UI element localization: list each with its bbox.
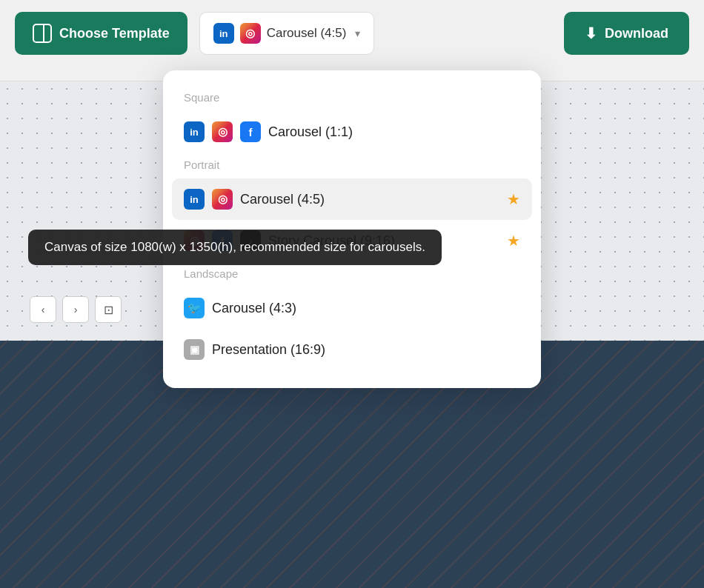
tooltip: Canvas of size 1080(w) x 1350(h), recomm… <box>28 230 442 265</box>
instagram-icon-sq: ◎ <box>212 121 233 142</box>
section-landscape-label: Landscape <box>163 261 541 287</box>
grid-icon: ⊡ <box>104 303 113 317</box>
carousel-43-item[interactable]: 🐦 Carousel (4:3) <box>163 287 541 329</box>
instagram-icon: ◎ <box>240 23 261 44</box>
carousel-43-label: Carousel (4:3) <box>212 301 296 316</box>
next-button[interactable]: › <box>62 296 89 323</box>
presentation-item[interactable]: ▣ Presentation (16:9) <box>163 329 541 370</box>
prev-button[interactable]: ‹ <box>30 296 56 323</box>
download-button[interactable]: ⬇ Download <box>564 12 689 55</box>
linkedin-icon-sq: in <box>184 121 205 142</box>
choose-template-button[interactable]: Choose Template <box>15 12 187 55</box>
section-square-label: Square <box>163 85 541 111</box>
linkedin-icon-p: in <box>184 189 205 210</box>
template-icon <box>33 24 52 43</box>
format-selector-label: Carousel (4:5) <box>267 26 347 41</box>
chevron-down-icon: ▾ <box>355 27 360 39</box>
instagram-icon-p: ◎ <box>212 189 233 210</box>
download-icon: ⬇ <box>585 24 597 42</box>
twitter-icon-l: 🐦 <box>184 298 205 318</box>
facebook-icon-sq: f <box>240 121 261 142</box>
format-selector[interactable]: in ◎ Carousel (4:5) ▾ <box>199 12 375 55</box>
presentation-label: Presentation (16:9) <box>212 342 325 358</box>
download-label: Download <box>605 26 668 41</box>
grid-button[interactable]: ⊡ <box>95 296 122 323</box>
header: Choose Template in ◎ Carousel (4:5) ▾ ⬇ … <box>0 0 704 67</box>
star-icon-45: ★ <box>507 190 520 208</box>
linkedin-icon: in <box>213 23 234 44</box>
presentation-icon-l: ▣ <box>184 339 205 360</box>
carousel-11-item[interactable]: in ◎ f Carousel (1:1) <box>163 111 541 153</box>
tooltip-text: Canvas of size 1080(w) x 1350(h), recomm… <box>44 240 425 254</box>
carousel-11-label: Carousel (1:1) <box>268 124 353 140</box>
carousel-45-item[interactable]: in ◎ Carousel (4:5) ★ <box>172 178 532 220</box>
section-portrait-label: Portrait <box>163 153 541 178</box>
choose-template-label: Choose Template <box>59 26 170 41</box>
prev-icon: ‹ <box>41 304 45 315</box>
next-icon: › <box>74 304 78 315</box>
carousel-45-label: Carousel (4:5) <box>240 192 325 207</box>
star-icon-sc: ★ <box>507 232 520 250</box>
canvas-navigation: ‹ › ⊡ <box>30 296 122 323</box>
